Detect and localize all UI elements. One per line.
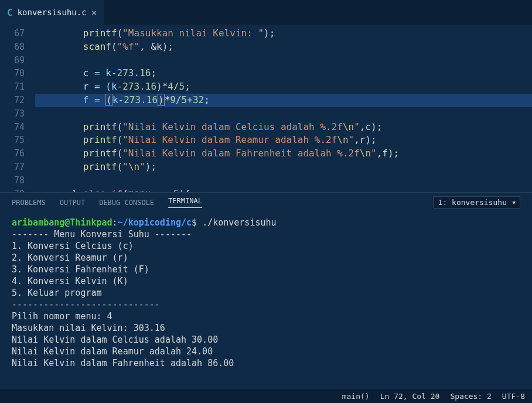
terminal-selector[interactable]: 1: konversisuhu <box>433 196 520 209</box>
c-file-icon: C <box>7 7 13 18</box>
tab-filename: konversisuhu.c <box>18 8 87 17</box>
code-line: printf("Nilai Kelvin dalam Fahrenheit ad… <box>35 147 532 160</box>
close-icon[interactable]: × <box>91 7 97 18</box>
code-line: printf("Masukkan nilai Kelvin: "); <box>35 27 532 40</box>
code-line <box>35 174 532 187</box>
status-context[interactable]: main() <box>342 392 370 401</box>
code-line: } else if(menu == 5){ <box>35 187 532 192</box>
status-bar: main() Ln 72, Col 20 Spaces: 2 UTF-8 <box>0 389 532 403</box>
line-gutter: 67 68 69 70 71 72 73 74 75 76 77 78 79 <box>0 25 35 192</box>
code-line <box>35 107 532 121</box>
tab-bar: C konversisuhu.c × <box>0 0 532 25</box>
tab-terminal[interactable]: TERMINAL <box>168 197 202 208</box>
status-position[interactable]: Ln 72, Col 20 <box>380 392 440 401</box>
code-line: printf("\n"); <box>35 160 532 174</box>
code-area[interactable]: printf("Masukkan nilai Kelvin: "); scanf… <box>35 25 532 192</box>
tab-output[interactable]: OUTPUT <box>60 199 85 207</box>
file-tab[interactable]: C konversisuhu.c × <box>0 0 104 25</box>
tab-problems[interactable]: PROBLEMS <box>12 199 46 207</box>
code-line: scanf("%f", &k); <box>35 40 532 54</box>
code-line-current: f = (k-273.16)*9/5+32; <box>35 94 532 107</box>
status-spaces[interactable]: Spaces: 2 <box>450 392 491 401</box>
code-line: printf("Nilai Kelvin dalam Celcius adala… <box>35 121 532 134</box>
code-line: r = (k-273.16)*4/5; <box>35 80 532 94</box>
code-line <box>35 54 532 67</box>
status-encoding[interactable]: UTF-8 <box>502 392 525 401</box>
panel-tabs: PROBLEMS OUTPUT DEBUG CONSOLE TERMINAL 1… <box>0 192 532 212</box>
code-line: c = k-273.16; <box>35 67 532 80</box>
tab-debug-console[interactable]: DEBUG CONSOLE <box>99 199 154 207</box>
code-line: printf("Nilai Kelvin dalam Reamur adalah… <box>35 134 532 147</box>
terminal[interactable]: aribambang@Thinkpad:~/kopicoding/c$ ./ko… <box>0 212 532 389</box>
editor[interactable]: 67 68 69 70 71 72 73 74 75 76 77 78 79 p… <box>0 25 532 192</box>
